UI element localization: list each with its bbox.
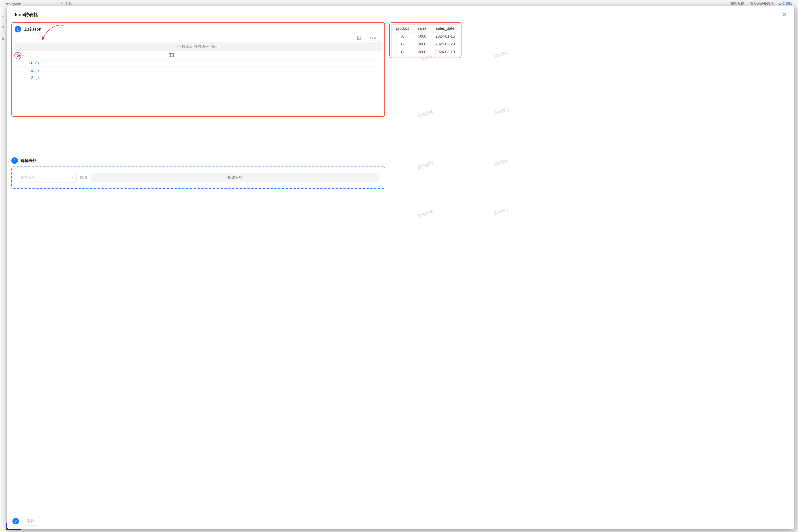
bg-badge-free[interactable]: ● 免费版 <box>779 1 793 6</box>
watermark: 表格预览 <box>417 160 434 170</box>
app-background: zf's space ✎ 工具 我想反馈 加入会员专属群 ● 免费版 ⌕⚙▦⋯ … <box>0 0 798 532</box>
root-label: : <box>25 53 26 58</box>
step1-header: 1 上传Json <box>15 25 382 35</box>
step1-title: 上传Json <box>24 27 41 32</box>
json-to-table-modal: Json转表格 ✕ 1 上传Json URL <box>7 6 794 529</box>
json-child-2[interactable]: ▸ 2: { } <box>15 74 382 81</box>
step1-badge: 1 <box>15 26 21 33</box>
table-select-placeholder: 选择表格 <box>21 175 36 180</box>
left-pane: 1 上传Json URL ⓘ 行模式: 请点选一个数组 <box>11 22 385 513</box>
watermark: 表格预览 <box>493 206 510 216</box>
right-pane-preview: product sales sales_date A 5000 2024-01-… <box>385 22 790 513</box>
watermark: 表格预览 <box>493 50 510 59</box>
step1-highlight-box: 1 上传Json URL ⓘ 行模式: 请点选一个数组 <box>11 22 385 117</box>
close-icon[interactable]: ✕ <box>781 11 788 18</box>
col-sales-date: sales_date <box>431 25 459 33</box>
json-child-0[interactable]: ▸ 0: { } <box>15 59 382 67</box>
watermark: 表格预览 <box>493 106 510 116</box>
table-row: C 2000 2024-03-10 <box>392 48 459 56</box>
modal-body: 1 上传Json URL ⓘ 行模式: 请点选一个数组 <box>7 22 794 513</box>
chevron-down-icon: ▾ <box>71 176 73 179</box>
modal-title: Json转表格 <box>14 12 38 18</box>
table-header-row: product sales sales_date <box>392 25 459 33</box>
watermark: 表格预览 <box>493 158 510 168</box>
edit-icon[interactable] <box>356 36 361 41</box>
bg-link-feedback[interactable]: 我想反馈 <box>730 1 744 6</box>
svg-rect-0 <box>169 54 174 57</box>
url-button[interactable]: URL <box>367 35 380 41</box>
expand-icon[interactable]: ▸ <box>29 62 30 64</box>
json-root-row[interactable]: ▸ : <box>15 52 382 59</box>
step2-dashed-box: 选择表格 ▾ 或者 创建表格 <box>11 167 385 189</box>
row-mode-hint: ⓘ 行模式: 请点选一个数组 <box>15 42 382 51</box>
table-select[interactable]: 选择表格 ▾ <box>17 173 77 183</box>
help-icon: ⓘ <box>178 45 181 49</box>
root-radio[interactable] <box>17 54 21 57</box>
chevron-down-icon[interactable]: ▸ <box>21 55 25 56</box>
step2-badge: 2 <box>11 157 18 164</box>
run-button[interactable]: 运行 <box>22 517 39 526</box>
step1-toolbar: URL <box>15 35 382 42</box>
bg-link-vipgroup[interactable]: 加入会员专属群 <box>749 1 774 6</box>
bg-tool-label: ✎ 工具 <box>61 1 72 6</box>
watermark: 表格预览 <box>417 209 434 219</box>
step2-header: 2 选择表格 <box>11 157 385 167</box>
step3-badge: 3 <box>13 518 19 525</box>
create-table-button[interactable]: 创建表格 <box>91 173 379 183</box>
bg-sidebar-stub: ⌕⚙▦⋯ <box>0 7 6 532</box>
step2-title: 选择表格 <box>21 158 37 163</box>
preview-table: product sales sales_date A 5000 2024-01-… <box>391 24 459 56</box>
expand-icon[interactable]: ▸ <box>29 69 30 72</box>
bg-space-name: zf's space <box>5 2 21 6</box>
step2-block: 2 选择表格 选择表格 ▾ 或者 创建表格 <box>11 155 385 189</box>
modal-footer: 3 运行 <box>7 513 794 529</box>
expand-icon[interactable]: ▸ <box>29 76 30 79</box>
watermark: 表格预览 <box>417 109 434 119</box>
table-icon[interactable] <box>169 53 174 58</box>
table-row: B 3000 2024-02-20 <box>392 40 459 48</box>
json-tree: ▸ : ▸ 0: { } ▸ 1: <box>15 51 382 81</box>
col-sales: sales <box>413 25 431 33</box>
json-child-1[interactable]: ▸ 1: { } <box>15 67 382 74</box>
table-row: A 5000 2024-01-15 <box>392 33 459 40</box>
modal-header: Json转表格 ✕ <box>7 6 794 22</box>
col-product: product <box>392 25 413 33</box>
or-label: 或者 <box>80 175 87 180</box>
preview-highlight-box: product sales sales_date A 5000 2024-01-… <box>389 22 462 58</box>
